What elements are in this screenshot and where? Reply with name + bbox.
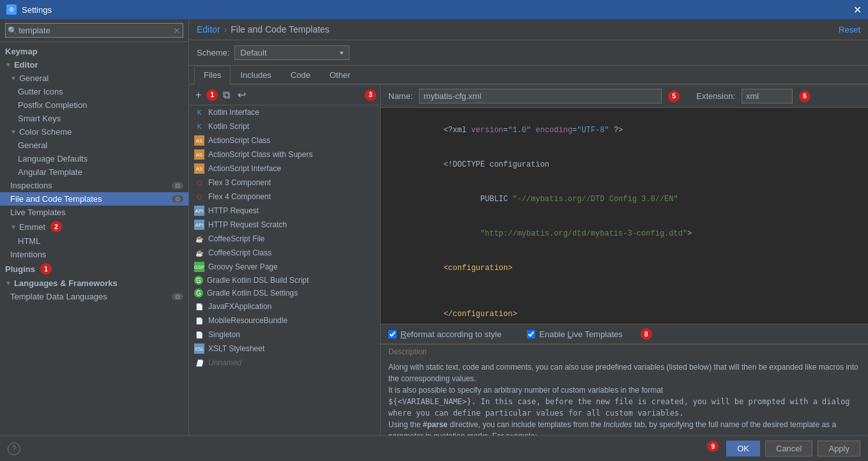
template-name-gradle-build: Gradle Kotlin DSL Build Script bbox=[207, 276, 309, 285]
sidebar-item-template-data-languages[interactable]: Template Data Languages ⊙ bbox=[0, 290, 188, 303]
template-item-flex4[interactable]: ⬡ Flex 4 Component bbox=[189, 190, 380, 204]
ok-button[interactable]: OK bbox=[726, 441, 760, 457]
template-name-unnamed: Unnamed bbox=[208, 358, 241, 367]
editor-area: + 1 ⧉ ↩ 3 K Kotlin Interface K Kotlin S bbox=[189, 85, 868, 435]
template-item-actionscript-class[interactable]: AS ActionScript Class bbox=[189, 133, 380, 147]
template-item-gradle-build[interactable]: G Gradle Kotlin DSL Build Script bbox=[189, 274, 380, 287]
template-name-flex4: Flex 4 Component bbox=[208, 192, 271, 201]
extension-input[interactable] bbox=[742, 89, 793, 103]
breadcrumb-bar: Editor › File and Code Templates Reset bbox=[189, 19, 868, 40]
code-editor[interactable]: <?xml version="1.0" encoding="UTF-8" ?> … bbox=[381, 108, 868, 324]
template-item-groovy-server[interactable]: GSP Groovy Server Page bbox=[189, 260, 380, 274]
enable-live-checkbox-label[interactable]: Enable Live Templates bbox=[527, 329, 623, 339]
sidebar-item-language-defaults[interactable]: Language Defaults bbox=[0, 152, 188, 165]
sidebar-item-languages-frameworks[interactable]: Languages & Frameworks bbox=[0, 276, 188, 290]
lang-triangle bbox=[5, 280, 11, 287]
apply-button[interactable]: Apply bbox=[818, 441, 860, 457]
template-item-javafx[interactable]: 📄 JavaFXApplication bbox=[189, 299, 380, 314]
reformat-checkbox[interactable] bbox=[388, 330, 397, 338]
enable-live-checkbox[interactable] bbox=[527, 330, 535, 338]
tab-code[interactable]: Code bbox=[281, 66, 320, 84]
breadcrumb-separator: › bbox=[224, 24, 227, 34]
sidebar-item-angular-template[interactable]: Angular Template bbox=[0, 165, 188, 179]
sidebar-item-postfix-completion[interactable]: Postfix Completion bbox=[0, 98, 188, 112]
inspections-label: Inspections bbox=[10, 181, 52, 190]
search-input[interactable] bbox=[5, 23, 183, 38]
template-item-http-scratch[interactable]: API HTTP Request Scratch bbox=[189, 218, 380, 232]
template-item-actionscript-supers[interactable]: AS ActionScript Class with Supers bbox=[189, 147, 380, 162]
reset-button[interactable]: Reset bbox=[839, 25, 860, 34]
cancel-button[interactable]: Cancel bbox=[765, 441, 812, 457]
code-line-7: </configuration> bbox=[388, 297, 860, 324]
template-name-kotlin-script: Kotlin Script bbox=[208, 122, 249, 131]
scheme-select[interactable]: Default Project bbox=[234, 45, 349, 60]
sidebar-item-emmet[interactable]: Emmet 2 bbox=[0, 219, 188, 234]
sidebar-item-editor[interactable]: Editor bbox=[0, 58, 188, 72]
editor-label: Editor bbox=[14, 60, 38, 70]
clear-search-button[interactable]: ✕ bbox=[173, 26, 181, 36]
reformat-checkbox-label[interactable]: Reformat according to style bbox=[388, 329, 501, 339]
sidebar: 🔍 ✕ 1 Keymap Editor General Gutter Icons bbox=[0, 19, 189, 435]
add-template-button[interactable]: + bbox=[193, 88, 204, 102]
plugins-badge: 1 bbox=[40, 263, 52, 275]
template-item-http-request[interactable]: API HTTP Request bbox=[189, 204, 380, 218]
emmet-triangle bbox=[10, 223, 17, 230]
desc-line-3: ${<VARIABLE_NAME>}. In this case, before… bbox=[388, 397, 849, 418]
tdl-icon: ⊙ bbox=[172, 293, 183, 300]
emmet-label: Emmet bbox=[19, 222, 45, 232]
sidebar-item-live-templates[interactable]: Live Templates bbox=[0, 206, 188, 219]
tab-files[interactable]: Files bbox=[194, 66, 231, 85]
template-list: + 1 ⧉ ↩ 3 K Kotlin Interface K Kotlin S bbox=[189, 85, 381, 435]
coffeescript-file-icon: ☕ bbox=[194, 234, 204, 244]
right-panel: Editor › File and Code Templates Reset S… bbox=[189, 19, 868, 435]
bottom-bar: ? 9 OK Cancel Apply bbox=[0, 435, 868, 461]
language-defaults-label: Language Defaults bbox=[18, 154, 88, 163]
sidebar-item-plugins[interactable]: Plugins 1 bbox=[0, 261, 188, 276]
code-line-3: PUBLIC "-//mybatis.org//DTD Config 3.0//… bbox=[388, 182, 860, 216]
flex3-icon: ⬡ bbox=[194, 178, 204, 188]
name-input[interactable] bbox=[419, 89, 662, 103]
template-item-unnamed[interactable]: 📄 Unnamed bbox=[189, 356, 380, 370]
singleton-icon: 📄 bbox=[194, 329, 204, 340]
breadcrumb-parent[interactable]: Editor bbox=[197, 24, 220, 34]
close-button[interactable]: ✕ bbox=[853, 4, 862, 16]
template-item-singleton[interactable]: 📄 Singleton bbox=[189, 328, 380, 342]
flex4-icon: ⬡ bbox=[194, 192, 204, 202]
undo-template-button[interactable]: ↩ bbox=[235, 87, 248, 102]
template-item-coffeescript-file[interactable]: ☕ CoffeeScript File bbox=[189, 232, 380, 246]
html-label: HTML bbox=[18, 236, 40, 246]
template-item-kotlin-script[interactable]: K Kotlin Script bbox=[189, 119, 380, 133]
actionscript-class-icon: AS bbox=[194, 135, 204, 146]
copy-template-button[interactable]: ⧉ bbox=[220, 88, 232, 102]
tab-includes[interactable]: Includes bbox=[231, 66, 280, 84]
sidebar-item-keymap[interactable]: Keymap bbox=[0, 45, 188, 58]
window-title: Settings bbox=[22, 5, 52, 15]
template-item-flex3[interactable]: ⬡ Flex 3 Component bbox=[189, 176, 380, 190]
sidebar-item-intentions[interactable]: Intentions bbox=[0, 248, 188, 261]
template-toolbar: + 1 ⧉ ↩ 3 bbox=[189, 85, 380, 105]
sidebar-item-inspections[interactable]: Inspections ⊙ bbox=[0, 179, 188, 192]
annotation-toolbar-1: 1 bbox=[206, 89, 218, 101]
template-item-coffeescript-class[interactable]: ☕ CoffeeScript Class bbox=[189, 246, 380, 260]
app-icon: ⚙ bbox=[6, 4, 17, 15]
scheme-row: Scheme: Default Project bbox=[189, 40, 868, 66]
sidebar-item-smart-keys[interactable]: Smart Keys bbox=[0, 112, 188, 125]
template-item-kotlin-interface[interactable]: K Kotlin Interface bbox=[189, 105, 380, 119]
template-item-mobile[interactable]: 📄 MobileResourceBundle bbox=[189, 314, 380, 328]
template-item-gradle-settings[interactable]: G Gradle Kotlin DSL Settings bbox=[189, 287, 380, 299]
template-item-xslt[interactable]: XSL XSLT Stylesheet bbox=[189, 342, 380, 356]
sidebar-item-file-and-code-templates[interactable]: File and Code Templates ⊙ bbox=[0, 192, 188, 206]
mobile-icon: 📄 bbox=[194, 315, 204, 326]
plugins-label: Plugins bbox=[5, 264, 35, 274]
template-item-actionscript-interface[interactable]: AS ActionScript Interface bbox=[189, 162, 380, 176]
help-button[interactable]: ? bbox=[8, 442, 20, 455]
sidebar-item-color-scheme[interactable]: Color Scheme bbox=[0, 125, 188, 139]
tab-other[interactable]: Other bbox=[320, 66, 360, 84]
actionscript-supers-icon: AS bbox=[194, 149, 204, 160]
sidebar-item-gutter-icons[interactable]: Gutter Icons bbox=[0, 85, 188, 98]
sidebar-item-general[interactable]: General bbox=[0, 72, 188, 85]
sidebar-item-html[interactable]: HTML bbox=[0, 234, 188, 248]
sidebar-item-color-general[interactable]: General bbox=[0, 139, 188, 152]
color-general-label: General bbox=[18, 140, 47, 150]
title-bar: ⚙ Settings ✕ bbox=[0, 0, 868, 19]
